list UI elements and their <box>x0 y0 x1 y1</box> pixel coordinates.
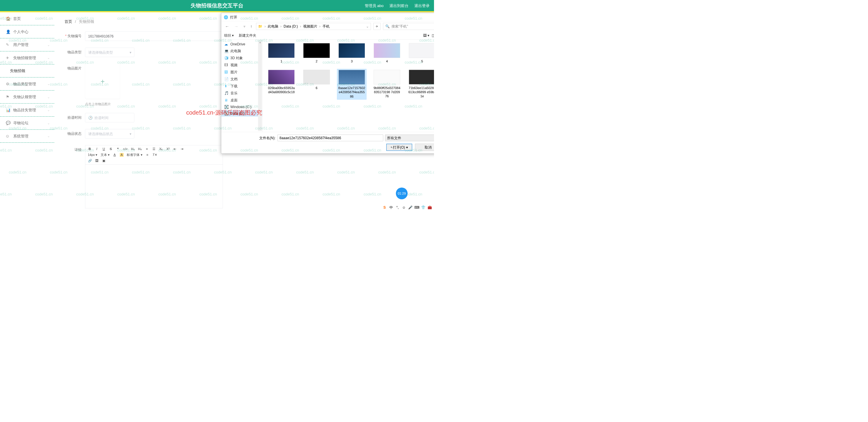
organize-menu[interactable]: 组织 ▾ <box>224 33 234 37</box>
sidebar-item-7[interactable]: 📊物品挂失管理⌄ <box>0 104 54 117</box>
back-button[interactable]: ← <box>224 24 230 29</box>
sidebar-item-9[interactable]: ⊙系统管理⌄ <box>0 130 54 143</box>
tree-item-10[interactable]: 💽Data (D:) <box>221 110 262 117</box>
exit-frontend-link[interactable]: 退出到前台 <box>390 3 408 8</box>
path-seg-0[interactable]: 此电脑 <box>268 24 278 29</box>
indent-in-button[interactable]: ⇥ <box>180 147 184 151</box>
image-button[interactable]: 🖼 <box>95 159 99 163</box>
file-filter-select[interactable]: 所有文件 ⌄ <box>385 135 434 141</box>
sidebar-icon: 👤 <box>6 30 10 34</box>
font-size-select[interactable]: 14px ▾ <box>88 153 97 157</box>
align-button[interactable]: ≡ <box>146 153 149 157</box>
ime-keyboard-button[interactable]: ⌨ <box>415 205 419 210</box>
tree-item-4[interactable]: 🖼图片 <box>221 69 262 75</box>
ime-punct-button[interactable]: °, <box>395 205 400 210</box>
tree-label: 视频 <box>230 63 238 67</box>
sidebar-item-5[interactable]: ⚙物品类型管理⌄ <box>0 78 54 91</box>
path-bar[interactable]: 📁 › 此电脑› Data (D:)› 视频图片› 手机 ⌄ <box>256 23 371 30</box>
sidebar-item-2[interactable]: ✎用户管理⌄ <box>0 38 54 52</box>
std-font-select[interactable]: 标准字体 ▾ <box>127 153 142 157</box>
tree-item-8[interactable]: 🖥桌面 <box>221 97 262 104</box>
font-family-select[interactable]: 文本 ▾ <box>101 153 110 157</box>
time-input[interactable]: 🕒 拾遗时间 <box>85 113 134 123</box>
bold-button[interactable]: B <box>88 147 92 151</box>
file-item-9[interactable]: 71b63ee11a50288613cc86899 e59b41e <box>408 69 434 100</box>
file-item-6[interactable]: 6 <box>302 69 331 100</box>
sidebar-item-0[interactable]: 🏠首页 <box>0 12 54 26</box>
file-item-5[interactable]: 026ba00bc65953ad43a680900c5c18 <box>267 69 296 100</box>
file-name: 2 <box>315 60 317 64</box>
file-item-0[interactable]: 1 <box>267 42 296 64</box>
type-select[interactable]: 请选择物品类型 ▾ <box>85 48 134 57</box>
tree-item-0[interactable]: ☁OneDrive <box>221 41 262 47</box>
sub-button[interactable]: X₂ <box>159 147 163 151</box>
h1-button[interactable]: H₁ <box>131 147 134 151</box>
search-icon: 🔍 <box>385 24 390 28</box>
search-input[interactable]: 🔍 搜索"手机" <box>383 23 434 30</box>
quote-button[interactable]: ❝ <box>116 147 120 151</box>
tree-item-1[interactable]: 💻此电脑 <box>221 47 262 55</box>
breadcrumb-root[interactable]: 首页 <box>64 19 72 24</box>
file-item-4[interactable]: 5 <box>408 42 434 64</box>
file-item-7[interactable]: 8aaae12e7157602e4208587f4ea35586 <box>337 69 367 100</box>
link-button[interactable]: 🔗 <box>88 159 92 163</box>
editor-body[interactable] <box>85 164 223 208</box>
ol-button[interactable]: ≡ <box>145 147 149 151</box>
sup-button[interactable]: X² <box>166 147 170 151</box>
up-button[interactable]: ↑ <box>249 24 254 29</box>
admin-user-link[interactable]: 管理员 abo <box>365 3 383 8</box>
underline-button[interactable]: U <box>102 147 106 151</box>
logout-link[interactable]: 退出登录 <box>414 3 430 8</box>
file-item-3[interactable]: 4 <box>372 42 402 64</box>
strike-button[interactable]: S <box>109 147 113 151</box>
sogou-icon[interactable]: S <box>382 205 387 210</box>
clear-format-button[interactable]: T✕ <box>153 153 157 157</box>
indent-out-button[interactable]: ⇤ <box>173 147 177 151</box>
code-button[interactable]: </> <box>123 147 128 151</box>
view-mode-button[interactable]: 🖼 ▾ <box>423 33 429 37</box>
tree-item-5[interactable]: 📄文档 <box>221 75 262 83</box>
video-button[interactable]: ▣ <box>102 159 106 163</box>
ime-skin-button[interactable]: 👕 <box>421 205 426 210</box>
refresh-button[interactable]: ⟳ <box>374 23 381 30</box>
filename-input[interactable] <box>277 135 383 141</box>
sidebar-item-1[interactable]: 👤个人中心 <box>0 26 54 39</box>
ime-lang-button[interactable]: 中 <box>389 205 393 210</box>
ul-button[interactable]: ☰ <box>152 147 156 151</box>
file-item-1[interactable]: 2 <box>302 42 331 64</box>
tree-item-9[interactable]: 💽Windows (C:) <box>221 104 262 110</box>
ime-toolbox-button[interactable]: 🧰 <box>428 205 432 210</box>
path-chevron-icon[interactable]: ⌄ <box>366 24 369 28</box>
file-item-2[interactable]: 3 <box>337 42 367 64</box>
italic-button[interactable]: I <box>95 147 99 151</box>
path-seg-1[interactable]: Data (D:) <box>284 24 298 28</box>
image-upload[interactable]: + <box>85 64 120 99</box>
tree-item-2[interactable]: 🧊3D 对象 <box>221 55 262 62</box>
new-folder-button[interactable]: 新建文件夹 <box>239 33 256 37</box>
sidebar-item-8[interactable]: 💬寻物论坛⌄ <box>0 117 54 130</box>
sidebar-item-3[interactable]: ✈失物招领管理⌄ <box>0 52 54 65</box>
tree-scrollbar[interactable]: ▴ <box>258 40 262 131</box>
text-color-button[interactable]: A <box>113 153 116 157</box>
path-seg-2[interactable]: 视频图片 <box>303 24 317 29</box>
ime-voice-button[interactable]: 🎤 <box>408 205 412 210</box>
file-item-8[interactable]: 9b880ff25d327084835173198 7d20976 <box>372 69 402 100</box>
sidebar-item-4[interactable]: 失物招领 <box>0 64 54 78</box>
cancel-button[interactable]: 取消 <box>415 144 434 151</box>
forward-button[interactable]: → <box>233 24 240 29</box>
recent-button[interactable]: ▾ <box>242 24 247 30</box>
open-button[interactable]: ↖打开(O) ▾ <box>386 144 412 151</box>
path-seg-3[interactable]: 手机 <box>322 24 330 29</box>
tree-item-7[interactable]: 🎵音乐 <box>221 90 262 97</box>
h2-button[interactable]: H₂ <box>138 147 142 151</box>
sidebar-item-6[interactable]: ⚑失物认领管理⌄ <box>0 91 54 104</box>
preview-pane-button[interactable]: ◫ <box>432 33 434 37</box>
serial-label: 失物编号 <box>64 32 85 38</box>
bg-color-button[interactable]: A <box>120 153 123 157</box>
type-placeholder: 请选择物品类型 <box>88 50 113 55</box>
tree-item-3[interactable]: 🎞视频 <box>221 62 262 69</box>
ime-emoji-button[interactable]: ☺ <box>402 205 406 210</box>
tree-item-6[interactable]: ⬇下载 <box>221 83 262 90</box>
status-select[interactable]: 请选择物品状态 ▾ <box>85 129 134 139</box>
file-thumbnail <box>268 43 295 58</box>
